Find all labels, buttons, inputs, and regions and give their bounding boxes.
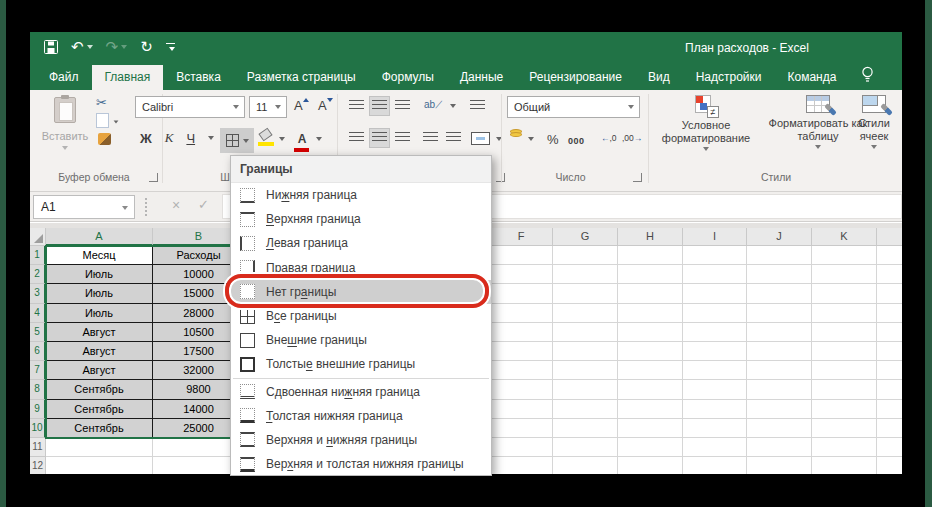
cell-A1[interactable]: Месяц bbox=[46, 246, 153, 265]
tell-me-lightbulb-icon[interactable] bbox=[861, 66, 874, 87]
copy-dropdown-icon[interactable] bbox=[114, 120, 119, 123]
menu-item-border-bottom[interactable]: Нижняя граница bbox=[231, 183, 491, 207]
cell-H2[interactable] bbox=[618, 265, 683, 284]
cell-F5[interactable] bbox=[490, 323, 553, 342]
cell-J8[interactable] bbox=[747, 380, 812, 399]
cell-L8[interactable] bbox=[877, 380, 902, 399]
menu-item-border-top[interactable]: Верхняя граница bbox=[231, 207, 491, 231]
font-name-combobox[interactable]: Calibri bbox=[135, 96, 245, 118]
paste-button[interactable]: Вставить bbox=[40, 95, 90, 167]
column-header-J[interactable]: J bbox=[747, 228, 812, 246]
cell-F4[interactable] bbox=[490, 304, 553, 323]
cell-L11[interactable] bbox=[877, 438, 902, 457]
cell-H9[interactable] bbox=[618, 400, 683, 419]
percent-style-button[interactable]: % bbox=[547, 132, 559, 147]
orientation-dropdown-icon[interactable] bbox=[450, 104, 456, 108]
cell-I5[interactable] bbox=[683, 323, 747, 342]
cell-J12[interactable] bbox=[747, 457, 812, 474]
column-header-G[interactable]: G bbox=[553, 228, 618, 246]
wrap-text-button[interactable] bbox=[467, 96, 488, 116]
cell-H3[interactable] bbox=[618, 284, 683, 303]
fill-color-button[interactable] bbox=[258, 130, 275, 150]
save-button[interactable] bbox=[44, 40, 58, 54]
cell-H5[interactable] bbox=[618, 323, 683, 342]
cell-G12[interactable] bbox=[553, 457, 618, 474]
cell-J6[interactable] bbox=[747, 342, 812, 361]
row-header-2[interactable]: 2 bbox=[30, 265, 46, 284]
cell-L9[interactable] bbox=[877, 400, 902, 419]
cell-I2[interactable] bbox=[683, 265, 747, 284]
redo-button[interactable]: ↷ bbox=[106, 38, 128, 56]
cell-K6[interactable] bbox=[812, 342, 877, 361]
cell-K7[interactable] bbox=[812, 361, 877, 380]
accounting-dropdown-icon[interactable] bbox=[528, 137, 534, 141]
cell-K2[interactable] bbox=[812, 265, 877, 284]
cell-I12[interactable] bbox=[683, 457, 747, 474]
cell-A8[interactable]: Сентябрь bbox=[46, 380, 153, 399]
cell-F2[interactable] bbox=[490, 265, 553, 284]
cell-I3[interactable] bbox=[683, 284, 747, 303]
cell-H7[interactable] bbox=[618, 361, 683, 380]
bold-button[interactable]: Ж bbox=[140, 131, 152, 146]
cell-F1[interactable] bbox=[490, 246, 553, 265]
cell-H12[interactable] bbox=[618, 457, 683, 474]
cell-K3[interactable] bbox=[812, 284, 877, 303]
align-right-button[interactable] bbox=[392, 128, 413, 148]
cell-L4[interactable] bbox=[877, 304, 902, 323]
cell-L3[interactable] bbox=[877, 284, 902, 303]
cell-A2[interactable]: Июль bbox=[46, 265, 153, 284]
cell-G3[interactable] bbox=[553, 284, 618, 303]
cell-F12[interactable] bbox=[490, 457, 553, 474]
enter-icon[interactable]: ✓ bbox=[198, 197, 209, 212]
column-header-K[interactable]: K bbox=[812, 228, 877, 246]
column-header-I[interactable]: I bbox=[683, 228, 747, 246]
copy-icon[interactable] bbox=[98, 115, 109, 128]
cell-A7[interactable]: Август bbox=[46, 361, 153, 380]
cell-H8[interactable] bbox=[618, 380, 683, 399]
tab-Файл[interactable]: Файл bbox=[36, 65, 92, 90]
conditional-formatting-button[interactable]: ≠ Условное форматирование bbox=[652, 95, 760, 151]
underline-dropdown-icon[interactable] bbox=[208, 136, 214, 140]
underline-button[interactable]: Ч bbox=[186, 131, 195, 146]
cell-I6[interactable] bbox=[683, 342, 747, 361]
cell-F10[interactable] bbox=[490, 419, 553, 438]
cell-I10[interactable] bbox=[683, 419, 747, 438]
tab-Разметка страницы[interactable]: Разметка страницы bbox=[234, 65, 369, 90]
align-left-button[interactable] bbox=[346, 128, 367, 148]
cell-K1[interactable] bbox=[812, 246, 877, 265]
cell-G6[interactable] bbox=[553, 342, 618, 361]
align-middle-button[interactable] bbox=[369, 96, 390, 116]
cell-K4[interactable] bbox=[812, 304, 877, 323]
tab-Вид[interactable]: Вид bbox=[635, 65, 683, 90]
font-color-dropdown-icon[interactable] bbox=[316, 137, 322, 141]
cell-J4[interactable] bbox=[747, 304, 812, 323]
undo-button[interactable]: ↶ bbox=[71, 38, 93, 56]
row-header-4[interactable]: 4 bbox=[30, 304, 46, 323]
shrink-font-button[interactable]: А bbox=[318, 98, 333, 113]
cell-F6[interactable] bbox=[490, 342, 553, 361]
increase-indent-button[interactable] bbox=[443, 128, 464, 148]
cell-H6[interactable] bbox=[618, 342, 683, 361]
column-header-H[interactable]: H bbox=[618, 228, 683, 246]
tab-Формулы[interactable]: Формулы bbox=[369, 65, 447, 90]
undo-dropdown-icon[interactable] bbox=[87, 45, 93, 49]
cell-L2[interactable] bbox=[877, 265, 902, 284]
column-header-L[interactable]: L bbox=[877, 228, 902, 246]
cell-A6[interactable]: Август bbox=[46, 342, 153, 361]
menu-item-border-outside[interactable]: Внешние границы bbox=[231, 328, 491, 352]
row-header-8[interactable]: 8 bbox=[30, 380, 46, 399]
tab-Главная[interactable]: Главная bbox=[92, 65, 164, 90]
cell-J7[interactable] bbox=[747, 361, 812, 380]
name-box[interactable]: A1 bbox=[33, 195, 135, 219]
row-header-1[interactable]: 1 bbox=[30, 246, 46, 265]
cell-K12[interactable] bbox=[812, 457, 877, 474]
cell-G2[interactable] bbox=[553, 265, 618, 284]
italic-button[interactable]: К bbox=[165, 130, 174, 146]
cell-I1[interactable] bbox=[683, 246, 747, 265]
row-header-10[interactable]: 10 bbox=[30, 419, 46, 438]
cell-G1[interactable] bbox=[553, 246, 618, 265]
cell-J9[interactable] bbox=[747, 400, 812, 419]
grow-font-button[interactable]: А bbox=[294, 98, 309, 113]
cell-K5[interactable] bbox=[812, 323, 877, 342]
menu-item-border-thick-outside[interactable]: Толстые внешние границы bbox=[231, 352, 491, 376]
